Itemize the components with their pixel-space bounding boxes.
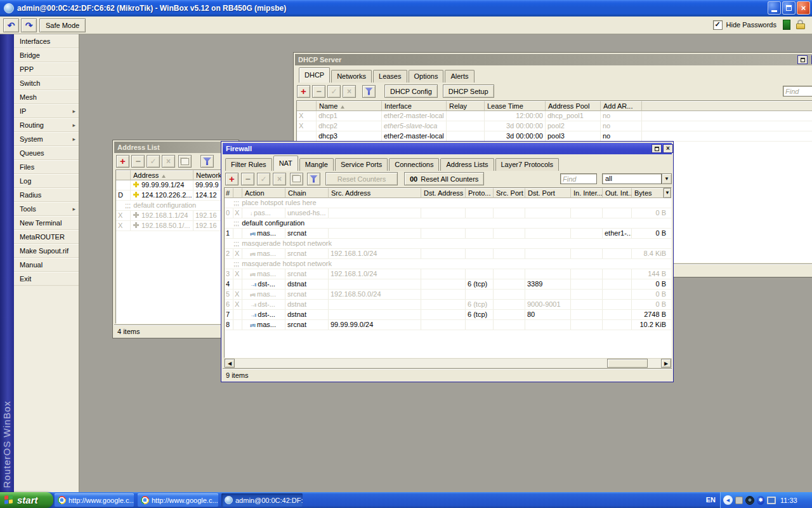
num-column-header[interactable]: # [225,188,233,198]
main-titlebar[interactable]: admin@00:0C:42:DF:C6:62 (MikroTik) - Win… [0,0,812,17]
interface-column-header[interactable]: Interface [382,101,447,111]
hide-tray-icons-icon[interactable]: ◀ [723,495,733,505]
name-column-header[interactable]: Name [317,101,382,111]
webcam-tray-icon[interactable] [745,496,754,505]
proto-column-header[interactable]: Proto... [466,188,494,198]
flag-column-header[interactable] [233,188,242,198]
dhcp-row[interactable]: X dhcp1 ether2-master-local 12:00:00 dhc… [297,111,812,121]
tab-networks[interactable]: Networks [331,70,372,83]
sidebar-item-new-terminal[interactable]: New Terminal [14,216,79,230]
filter-select[interactable]: all [602,173,662,184]
src-address-column-header[interactable]: Src. Address [329,188,421,198]
tab-nat[interactable]: NAT [273,156,298,171]
add-arp-column-header[interactable]: Add AR... [601,101,642,111]
enable-button[interactable]: ✓ [257,173,270,185]
enable-button[interactable]: ✓ [327,85,341,98]
firewall-rule-row[interactable]: 7 →‖dst-... dstnat 6 (tcp) 80 2748 B [225,310,671,320]
dhcp-maximize-button[interactable] [797,55,808,64]
tab-alerts[interactable]: Alerts [445,70,474,83]
dhcp-row[interactable]: dhcp3 ether2-master-local 3d 00:00:00 po… [297,131,812,142]
flag-column-header[interactable] [116,170,131,180]
tab-layer7-protocols[interactable]: Layer7 Protocols [495,158,560,171]
column-select-button[interactable]: ▼ [664,188,671,198]
sidebar-item-ppp[interactable]: PPP [14,62,79,76]
tab-filter-rules[interactable]: Filter Rules [225,158,272,171]
undo-button[interactable]: ↶ [3,18,19,32]
sidebar-item-manual[interactable]: Manual [14,258,79,272]
remove-button[interactable]: − [241,173,254,185]
tab-mangle[interactable]: Mangle [299,158,334,171]
sidebar-item-log[interactable]: Log [14,174,79,188]
filter-button[interactable] [362,85,376,98]
comment-row[interactable]: ;;;default configuration [225,218,671,229]
language-indicator[interactable]: EN [706,492,716,508]
tab-options[interactable]: Options [409,70,444,83]
firewall-rule-row[interactable]: 6 X →‖dst-... dstnat 6 (tcp) 9000-9001 0… [225,300,671,310]
start-button[interactable]: start [0,492,53,508]
minimize-button[interactable] [768,1,781,15]
comment-row[interactable]: ;;;place hotspot rules here [225,198,671,208]
reset-counters-button[interactable]: Reset Counters [325,172,398,185]
address-column-header[interactable]: Address [131,170,193,180]
address-row[interactable]: X 192.168.50.1/... 192.16 [116,221,237,231]
sidebar-item-make-supout[interactable]: Make Supout.rif [14,244,79,258]
taskbar-button-winbox[interactable]: admin@00:0C:42:DF:... [221,493,303,507]
action-column-header[interactable]: Action [242,188,285,198]
sidebar-item-bridge[interactable]: Bridge [14,48,79,62]
comment-row[interactable]: ;;;masquerade hotspot network [225,239,671,249]
sidebar-item-tools[interactable]: Tools▸ [14,202,79,216]
firewall-rule-row[interactable]: 2 X ⇄‖mas... srcnat 192.168.1.0/24 8.4 K… [225,249,671,259]
filter-select-drop-button[interactable]: ▼ [662,173,672,184]
address-pool-column-header[interactable]: Address Pool [546,101,601,111]
lease-time-column-header[interactable]: Lease Time [485,101,546,111]
comment-row[interactable]: ;;;masquerade hotspot network [225,259,671,269]
sidebar-item-ip[interactable]: IP▸ [14,104,79,118]
bytes-column-header[interactable]: Bytes [632,188,664,198]
horizontal-scrollbar[interactable]: ◀ ▶ [224,358,672,368]
scrollbar-thumb[interactable] [607,359,648,368]
network-signal-icon[interactable] [735,497,743,504]
enable-button[interactable]: ✓ [147,155,160,168]
chain-column-header[interactable]: Chain [285,188,329,198]
add-button[interactable]: + [116,155,129,168]
sidebar-item-switch[interactable]: Switch [14,76,79,90]
tab-leases[interactable]: Leases [373,70,407,83]
firewall-titlebar[interactable]: Firewall [223,143,672,154]
close-button[interactable]: × [797,1,810,15]
disable-button[interactable]: × [273,173,286,185]
tab-service-ports[interactable]: Service Ports [335,158,388,171]
sidebar-item-metarouter[interactable]: MetaROUTER [14,230,79,244]
firewall-rule-row[interactable]: 0 X ↓pas... unused-hs... 0 B [225,208,671,218]
display-tray-icon[interactable] [767,497,776,504]
flag-column-header[interactable] [297,101,317,111]
bluetooth-icon[interactable]: ✱ [757,496,764,505]
tab-dhcp[interactable]: DHCP [299,67,330,83]
sidebar-item-queues[interactable]: Queues [14,146,79,160]
sidebar-item-mesh[interactable]: Mesh [14,90,79,104]
taskbar-button-browser-2[interactable]: http://www.google.c... [138,493,218,507]
disable-button[interactable]: × [162,155,175,168]
address-row[interactable]: D 124.120.226.2... 124.12 [116,190,237,201]
dst-address-column-header[interactable]: Dst. Address [421,188,466,198]
firewall-rule-row[interactable]: 3 X ⇄‖mas... srcnat 192.168.1.0/24 144 B [225,269,671,279]
address-list-titlebar[interactable]: Address List [114,142,237,153]
tab-connections[interactable]: Connections [389,158,439,171]
dhcp-setup-button[interactable]: DHCP Setup [443,84,494,98]
out-interface-column-header[interactable]: Out. Int... [603,188,632,198]
sidebar-item-routing[interactable]: Routing▸ [14,118,79,132]
add-button[interactable]: + [225,173,239,185]
dhcp-find-input[interactable] [783,86,812,97]
comment-button[interactable] [290,173,303,185]
reset-all-counters-button[interactable]: 00Reset All Counters [404,172,484,185]
scroll-right-button[interactable]: ▶ [661,359,671,368]
dst-port-column-header[interactable]: Dst. Port [525,188,571,198]
sidebar-item-radius[interactable]: Radius [14,188,79,202]
firewall-close-button[interactable]: × [663,144,673,153]
add-button[interactable]: + [297,85,310,98]
firewall-rule-row[interactable]: 1 ⇄‖mas... srcnat ether1-... 0 B [225,229,671,239]
sidebar-item-exit[interactable]: Exit [14,272,79,286]
address-row[interactable]: X 192.168.1.1/24 192.16 [116,211,237,221]
filter-button[interactable] [307,173,320,185]
sidebar-item-interfaces[interactable]: Interfaces [14,34,79,48]
safe-mode-button[interactable]: Safe Mode [39,18,86,32]
